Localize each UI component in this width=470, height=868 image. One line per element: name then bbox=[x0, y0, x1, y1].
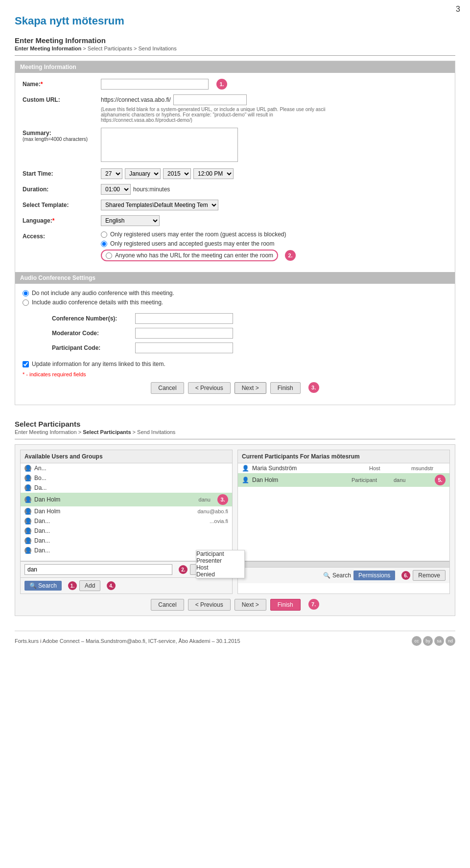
dropdown-item-host[interactable]: Host bbox=[196, 564, 244, 571]
permissions-btn[interactable]: Permissions bbox=[353, 571, 395, 580]
access-radio-3[interactable] bbox=[106, 252, 112, 259]
summary-textarea[interactable] bbox=[101, 128, 238, 162]
section2-button-bar: Cancel < Previous Next > Finish 7. bbox=[20, 599, 450, 611]
section1-prev-btn[interactable]: < Previous bbox=[188, 382, 231, 394]
user-name: Dan Holm bbox=[34, 496, 196, 503]
list-item[interactable]: 👤 Da... bbox=[21, 483, 232, 493]
scrollbar[interactable] bbox=[238, 561, 449, 567]
access-option2-label: Only registered users and accepted guest… bbox=[110, 240, 275, 247]
duration-select[interactable]: 01:00 bbox=[101, 184, 131, 195]
summary-control bbox=[101, 128, 447, 163]
login-badge: danu bbox=[394, 477, 428, 483]
summary-label: Summary: (max length=4000 characters) bbox=[23, 128, 101, 142]
search-footer: 🔍 Search 1. Add 4. bbox=[21, 577, 232, 594]
list-item[interactable]: 👤 Dan Holm danu 3. bbox=[21, 493, 232, 506]
audio-option1-label: Do not include any audio conference with… bbox=[32, 290, 174, 297]
user-icon: 👤 bbox=[24, 496, 31, 503]
access-option1-label: Only registered users may enter the room… bbox=[110, 231, 286, 238]
month-select[interactable]: January bbox=[125, 168, 161, 179]
url-input[interactable] bbox=[173, 94, 247, 105]
audio-header: Audio Conference Settings bbox=[15, 272, 455, 284]
section2-finish-btn[interactable]: Finish bbox=[270, 599, 301, 611]
sa-icon: sa bbox=[434, 636, 444, 646]
name-input[interactable] bbox=[101, 79, 209, 90]
audio-radio-2[interactable] bbox=[23, 299, 29, 306]
user-name: An... bbox=[34, 465, 228, 472]
annotation-3: 3. bbox=[308, 382, 319, 393]
page-number: 3 bbox=[456, 5, 460, 14]
list-item[interactable]: 👤 Dan... bbox=[21, 526, 232, 536]
list-item[interactable]: 👤 Dan Holm Participant danu 5. bbox=[238, 473, 449, 487]
permissions-area: Participant Presenter Host Denied 🔍 Sear… bbox=[238, 567, 449, 583]
user-icon: 👤 bbox=[242, 477, 249, 483]
user-icon: 👤 bbox=[24, 547, 31, 554]
moderator-code-input[interactable] bbox=[135, 328, 233, 339]
meeting-info-box: Meeting Information Name:* 1. Custom URL… bbox=[15, 61, 455, 405]
day-select[interactable]: 27 bbox=[101, 168, 122, 179]
access-option1-row: Only registered users may enter the room… bbox=[101, 231, 447, 238]
access-option3-label: Anyone who has the URL for the meeting c… bbox=[115, 252, 273, 259]
conference-fields: Conference Number(s): Moderator Code: Pa… bbox=[52, 313, 447, 353]
access-row: Access: Only registered users may enter … bbox=[23, 231, 447, 261]
dropdown-item-presenter[interactable]: Presenter bbox=[196, 557, 244, 564]
section2-prev-btn[interactable]: < Previous bbox=[188, 599, 231, 611]
access-radio-1[interactable] bbox=[101, 231, 107, 238]
user-icon: 👤 bbox=[24, 484, 31, 491]
user-name: Da... bbox=[34, 484, 228, 491]
section2-title: Select Participants bbox=[15, 420, 455, 428]
list-item[interactable]: 👤 Maria Sundström Host msundstr bbox=[238, 463, 449, 473]
language-select[interactable]: English bbox=[101, 215, 160, 226]
section1-breadcrumb: Enter Meeting Information > Select Parti… bbox=[15, 46, 455, 51]
footer: Forts.kurs i Adobe Connect – Maria.Sunds… bbox=[15, 631, 455, 646]
section2-next-btn[interactable]: Next > bbox=[235, 599, 266, 611]
duration-row: Duration: 01:00 hours:minutes bbox=[23, 184, 447, 195]
search-btn[interactable]: 🔍 Search bbox=[24, 581, 62, 591]
list-item[interactable]: 👤 Dan Holm danu@abo.fi bbox=[21, 506, 232, 516]
right-panel-header: Current Participants For Marias mötesrum bbox=[238, 450, 449, 463]
list-item[interactable]: 👤 Bo... bbox=[21, 473, 232, 483]
access-radio-2[interactable] bbox=[101, 241, 107, 247]
audio-body: Do not include any audio conference with… bbox=[15, 284, 455, 405]
update-section: Update information for any items linked … bbox=[23, 361, 447, 377]
page-title: Skapa nytt mötesrum bbox=[15, 15, 455, 27]
dropdown-item-denied[interactable]: Denied bbox=[196, 571, 244, 578]
current-participants-list[interactable]: 👤 Maria Sundström Host msundstr 👤 Dan Ho… bbox=[238, 463, 449, 561]
add-btn[interactable]: Add bbox=[79, 580, 100, 591]
annotation-3: 3. bbox=[217, 494, 228, 505]
section1-cancel-btn[interactable]: Cancel bbox=[151, 382, 184, 394]
list-item[interactable]: 👤 An... bbox=[21, 463, 232, 473]
moderator-code-label: Moderator Code: bbox=[52, 330, 130, 337]
user-login: ...ovia.fi bbox=[210, 518, 228, 524]
access-option2-row: Only registered users and accepted guest… bbox=[101, 240, 447, 247]
annotation-1: 1. bbox=[68, 581, 77, 590]
footer-text: Forts.kurs i Adobe Connect – Maria.Sunds… bbox=[15, 638, 240, 644]
user-list[interactable]: 👤 An... 👤 Bo... 👤 Da... 👤 Dan Holm bbox=[21, 463, 232, 561]
section2-breadcrumb: Enter Meeting Information > Select Parti… bbox=[15, 429, 455, 435]
list-item[interactable]: 👤 Dan... ...ovia.fi bbox=[21, 516, 232, 526]
conf-number-input[interactable] bbox=[135, 313, 233, 324]
participant-code-input[interactable] bbox=[135, 343, 233, 353]
user-icon: 👤 bbox=[24, 465, 31, 472]
section2-cancel-btn[interactable]: Cancel bbox=[151, 599, 184, 611]
custom-url-row: Custom URL: https://connect.vasa.abo.fi/… bbox=[23, 94, 447, 123]
update-checkbox[interactable] bbox=[23, 361, 29, 367]
access-option3-highlight: Anyone who has the URL for the meeting c… bbox=[101, 250, 278, 261]
audio-option2-row: Include audio conference details with th… bbox=[23, 299, 447, 306]
start-time-label: Start Time: bbox=[23, 168, 101, 177]
summary-row: Summary: (max length=4000 characters) bbox=[23, 128, 447, 163]
search-btn-label: Search bbox=[38, 582, 57, 589]
section1-divider bbox=[15, 55, 455, 56]
user-login: danu@abo.fi bbox=[197, 508, 228, 514]
year-select[interactable]: 2015 bbox=[163, 168, 191, 179]
access-control: Only registered users may enter the room… bbox=[101, 231, 447, 261]
list-item[interactable]: 👤 Dan... bbox=[21, 536, 232, 546]
section1-finish-btn[interactable]: Finish bbox=[270, 382, 301, 394]
audio-radio-1[interactable] bbox=[23, 290, 29, 297]
remove-btn[interactable]: Remove bbox=[413, 570, 446, 581]
time-select[interactable]: 12:00 PM bbox=[193, 168, 234, 179]
audio-option1-row: Do not include any audio conference with… bbox=[23, 290, 447, 297]
search-input[interactable] bbox=[24, 564, 172, 575]
section1-next-btn[interactable]: Next > bbox=[235, 382, 266, 394]
template-select[interactable]: Shared Templates\Default Meeting Templat… bbox=[101, 200, 218, 210]
dropdown-item-participant[interactable]: Participant bbox=[196, 550, 244, 557]
